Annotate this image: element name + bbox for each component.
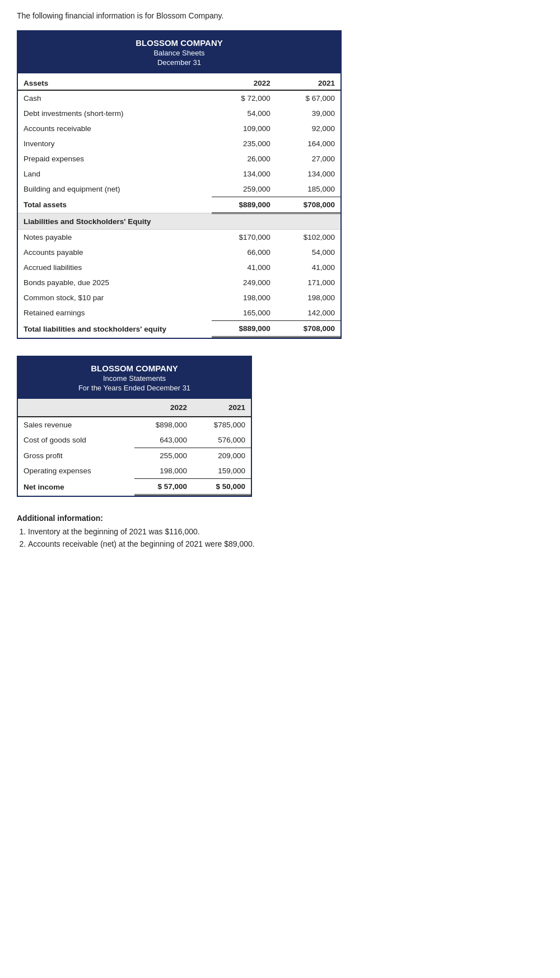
row-val-2022: 198,000 xyxy=(212,290,276,305)
row-val-2022: $ 72,000 xyxy=(212,90,276,106)
table-row: Debt investments (short-term) 54,000 39,… xyxy=(18,106,340,121)
net-income-2022: $ 57,000 xyxy=(134,479,193,495)
row-val-2021: 185,000 xyxy=(276,181,340,197)
row-val-2022: 134,000 xyxy=(212,166,276,181)
net-income-2021: $ 50,000 xyxy=(193,479,251,495)
income-col-2021-header: 2021 xyxy=(193,399,251,417)
row-label: Gross profit xyxy=(18,448,134,464)
row-label: Common stock, $10 par xyxy=(18,290,212,305)
total-liabilities-2021: $708,000 xyxy=(276,321,340,337)
assets-label: Assets xyxy=(18,73,212,90)
row-label: Sales revenue xyxy=(18,417,134,432)
balance-sheet-company-name: BLOSSOM COMPANY xyxy=(22,38,336,48)
row-label: Retained earnings xyxy=(18,305,212,321)
row-val-2021: $ 67,000 xyxy=(276,90,340,106)
list-item: Accounts receivable (net) at the beginni… xyxy=(28,539,543,548)
row-val-2022: 66,000 xyxy=(212,245,276,260)
liabilities-header-label: Liabilities and Stockholders' Equity xyxy=(18,213,340,230)
row-val-2022: 165,000 xyxy=(212,305,276,321)
table-row: Sales revenue $898,000 $785,000 xyxy=(18,417,251,432)
row-label: Bonds payable, due 2025 xyxy=(18,275,212,290)
table-row: Notes payable $170,000 $102,000 xyxy=(18,230,340,245)
income-col-2022-header: 2022 xyxy=(134,399,193,417)
additional-info-list: Inventory at the beginning of 2021 was $… xyxy=(17,527,543,548)
intro-text: The following financial information is f… xyxy=(17,11,543,20)
row-label: Operating expenses xyxy=(18,463,134,479)
total-liabilities-2022: $889,000 xyxy=(212,321,276,337)
row-label: Accrued liabilities xyxy=(18,260,212,275)
net-income-row: Net income $ 57,000 $ 50,000 xyxy=(18,479,251,495)
row-val-2021: 27,000 xyxy=(276,151,340,166)
income-statement-header: BLOSSOM COMPANY Income Statements For th… xyxy=(18,357,251,399)
row-val-2021: 41,000 xyxy=(276,260,340,275)
row-val-2022: 109,000 xyxy=(212,121,276,136)
additional-info-header: Additional information: xyxy=(17,514,543,523)
col-2022-header: 2022 xyxy=(212,73,276,90)
balance-sheet-header: BLOSSOM COMPANY Balance Sheets December … xyxy=(18,31,340,73)
row-val-2021: 92,000 xyxy=(276,121,340,136)
row-val-2021: 134,000 xyxy=(276,166,340,181)
balance-sheet-title: Balance Sheets xyxy=(22,49,336,57)
table-row: Prepaid expenses 26,000 27,000 xyxy=(18,151,340,166)
income-subtitle: For the Years Ended December 31 xyxy=(22,384,246,392)
row-val-2022: $898,000 xyxy=(134,417,193,432)
row-val-2021: 576,000 xyxy=(193,432,251,448)
balance-sheet-subtitle: December 31 xyxy=(22,58,336,67)
row-val-2022: 54,000 xyxy=(212,106,276,121)
table-row: Retained earnings 165,000 142,000 xyxy=(18,305,340,321)
table-row: Accounts receivable 109,000 92,000 xyxy=(18,121,340,136)
table-row: Bonds payable, due 2025 249,000 171,000 xyxy=(18,275,340,290)
list-item: Inventory at the beginning of 2021 was $… xyxy=(28,527,543,536)
row-label: Notes payable xyxy=(18,230,212,245)
row-label: Accounts receivable xyxy=(18,121,212,136)
total-liabilities-row: Total liabilities and stockholders' equi… xyxy=(18,321,340,337)
row-val-2022: 198,000 xyxy=(134,463,193,479)
table-row: Accounts payable 66,000 54,000 xyxy=(18,245,340,260)
table-row: Accrued liabilities 41,000 41,000 xyxy=(18,260,340,275)
row-val-2021: 171,000 xyxy=(276,275,340,290)
income-empty-header xyxy=(18,399,134,417)
row-label: Land xyxy=(18,166,212,181)
row-val-2021: 39,000 xyxy=(276,106,340,121)
row-label: Accounts payable xyxy=(18,245,212,260)
total-assets-2021: $708,000 xyxy=(276,197,340,213)
row-val-2021: 54,000 xyxy=(276,245,340,260)
row-val-2021: 198,000 xyxy=(276,290,340,305)
row-label: Cost of goods sold xyxy=(18,432,134,448)
col-2021-header: 2021 xyxy=(276,73,340,90)
row-val-2021: 159,000 xyxy=(193,463,251,479)
total-liabilities-label: Total liabilities and stockholders' equi… xyxy=(18,321,212,337)
total-assets-row: Total assets $889,000 $708,000 xyxy=(18,197,340,213)
balance-sheet-table: Assets 2022 2021 Cash $ 72,000 $ 67,000 … xyxy=(18,73,340,338)
row-val-2021: $785,000 xyxy=(193,417,251,432)
row-label: Debt investments (short-term) xyxy=(18,106,212,121)
table-row: Operating expenses 198,000 159,000 xyxy=(18,463,251,479)
table-row: Land 134,000 134,000 xyxy=(18,166,340,181)
balance-sheet-wrapper: BLOSSOM COMPANY Balance Sheets December … xyxy=(17,30,342,339)
row-val-2021: 142,000 xyxy=(276,305,340,321)
income-title: Income Statements xyxy=(22,374,246,383)
income-statement-table: 2022 2021 Sales revenue $898,000 $785,00… xyxy=(18,399,251,496)
table-row: Cash $ 72,000 $ 67,000 xyxy=(18,90,340,106)
row-val-2022: 235,000 xyxy=(212,136,276,151)
row-val-2022: 26,000 xyxy=(212,151,276,166)
net-income-label: Net income xyxy=(18,479,134,495)
table-row: Building and equipment (net) 259,000 185… xyxy=(18,181,340,197)
table-row: Common stock, $10 par 198,000 198,000 xyxy=(18,290,340,305)
row-val-2021: $102,000 xyxy=(276,230,340,245)
table-row: Inventory 235,000 164,000 xyxy=(18,136,340,151)
income-statement-wrapper: BLOSSOM COMPANY Income Statements For th… xyxy=(17,356,252,497)
row-val-2022: $170,000 xyxy=(212,230,276,245)
additional-info-section: Additional information: Inventory at the… xyxy=(17,514,543,548)
income-company-name: BLOSSOM COMPANY xyxy=(22,364,246,373)
row-val-2021: 209,000 xyxy=(193,448,251,464)
total-assets-label: Total assets xyxy=(18,197,212,213)
row-val-2022: 249,000 xyxy=(212,275,276,290)
row-label: Prepaid expenses xyxy=(18,151,212,166)
assets-header-row: Assets 2022 2021 xyxy=(18,73,340,90)
income-header-row: 2022 2021 xyxy=(18,399,251,417)
row-label: Inventory xyxy=(18,136,212,151)
row-val-2022: 41,000 xyxy=(212,260,276,275)
row-val-2022: 259,000 xyxy=(212,181,276,197)
table-row: Cost of goods sold 643,000 576,000 xyxy=(18,432,251,448)
